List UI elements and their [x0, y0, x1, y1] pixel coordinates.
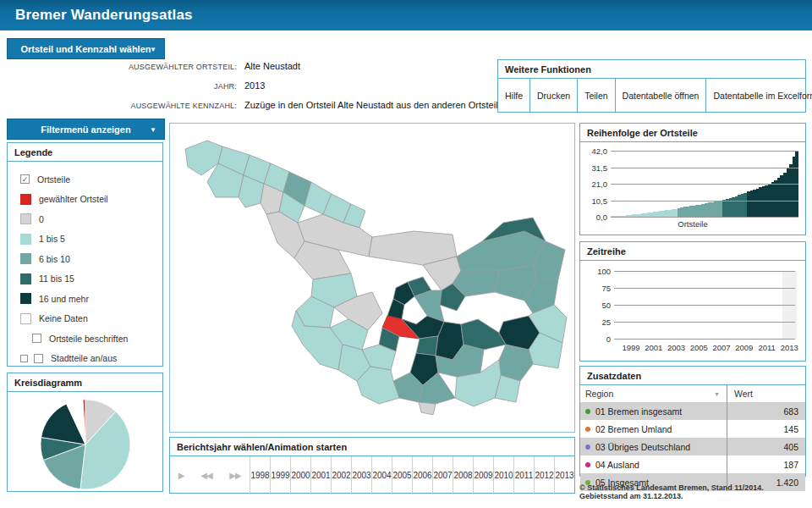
ortsteil-kennzahl-select-label: Ortsteil und Kennzahl wählen: [20, 44, 151, 54]
legend-item-label: 16 und mehr: [39, 294, 89, 304]
legend-item[interactable]: 16 und mehr: [8, 289, 162, 309]
legend-item-label: Ortsteile: [37, 174, 70, 185]
y-tick-label: 50: [585, 301, 611, 310]
grid-line: [614, 339, 795, 340]
timeline-year-2003[interactable]: 2003: [351, 456, 371, 494]
legend-item[interactable]: Keine Daten: [8, 309, 162, 329]
legend-item[interactable]: 0: [8, 209, 162, 229]
checkbox[interactable]: [34, 354, 43, 363]
function-button-teilen[interactable]: Teilen: [578, 79, 615, 112]
timeline-year-2004[interactable]: 2004: [371, 456, 392, 494]
legend-item[interactable]: Ortsteile beschriften: [8, 329, 162, 349]
timeline-year-2009[interactable]: 2009: [473, 456, 493, 494]
step-forward-icon[interactable]: ▶▶: [221, 456, 250, 494]
legend-item-label: Keine Daten: [39, 313, 88, 323]
table-row[interactable]: 03 Übriges Deutschland405: [580, 438, 805, 456]
function-button-hilfe[interactable]: Hilfe: [498, 79, 530, 112]
table-header-row: Region ▼ Wert: [580, 385, 805, 402]
map-region[interactable]: [416, 336, 438, 356]
pie-chart-panel: Kreisdiagramm: [7, 373, 163, 492]
selection-row: AUSGEWÄHLTER ORTSTEIL:Alte Neustadt: [7, 61, 300, 71]
pie-chart[interactable]: [8, 392, 162, 491]
table-cell-wert: 683: [727, 402, 805, 420]
sort-icon[interactable]: ▼: [714, 391, 720, 397]
legend-swatch: [20, 273, 31, 284]
layer-color-box: [20, 355, 28, 362]
x-tick-label: 2013: [778, 343, 800, 352]
table-header-region[interactable]: Region ▼: [580, 385, 727, 402]
function-button-datentabelle-im-excelformat[interactable]: Datentabelle im Excelformat: [706, 79, 812, 112]
table-row[interactable]: 04 Ausland187: [580, 456, 805, 473]
x-tick-label: 2003: [666, 343, 688, 352]
table-row[interactable]: 02 Bremen Umland145: [580, 420, 805, 438]
legend-item-label: gewählter Ortsteil: [39, 194, 108, 204]
legend-item[interactable]: Stadtteile an/aus: [8, 349, 162, 369]
legend-item[interactable]: 11 bis 15: [8, 269, 162, 290]
ortsteil-kennzahl-select-button[interactable]: Ortsteil und Kennzahl wählen ▼: [7, 38, 165, 59]
timeline-year-2008[interactable]: 2008: [453, 456, 473, 494]
selection-label: AUSGEWÄHLTER ORTSTEIL:: [7, 63, 237, 71]
play-icon[interactable]: ▶: [170, 456, 192, 494]
legend-item[interactable]: gewählter Ortsteil: [8, 190, 162, 210]
grid-line: [614, 271, 795, 272]
table-row[interactable]: 01 Bremen insgesamt683: [580, 402, 805, 420]
grid-line: [611, 184, 798, 185]
legend-swatch: [20, 213, 31, 224]
timeline-year-2006[interactable]: 2006: [412, 456, 432, 494]
map-region[interactable]: [461, 319, 506, 350]
app-header: Bremer Wanderungsatlas: [0, 0, 812, 30]
zusatzdaten-panel: Zusatzdaten Region ▼ Wert 01 Bremen insg…: [579, 366, 806, 477]
region-label: 01 Bremen insgesamt: [595, 406, 682, 417]
x-tick-label: 2007: [710, 343, 732, 352]
legend-item[interactable]: ✓Ortsteile: [8, 169, 162, 190]
table-header-wert[interactable]: Wert: [727, 385, 805, 402]
function-button-row: HilfeDruckenTeilenDatentabelle öffnenDat…: [498, 79, 805, 112]
ranking-chart-plot: [611, 151, 798, 217]
timeline-year-2012[interactable]: 2012: [534, 456, 554, 494]
legend-item[interactable]: 6 bis 10: [8, 249, 162, 269]
timeline-year-2001[interactable]: 2001: [310, 456, 331, 494]
grid-line: [614, 288, 795, 289]
timeline-year-2002[interactable]: 2002: [331, 456, 351, 494]
function-button-drucken[interactable]: Drucken: [530, 79, 578, 112]
timeseries-title: Zeitreihe: [580, 242, 805, 261]
grid-line: [611, 151, 798, 152]
checkbox[interactable]: ✓: [20, 174, 30, 184]
filtermenu-toggle-button[interactable]: Filtermenü anzeigen ▼: [7, 119, 165, 140]
timeline-year-2010[interactable]: 2010: [493, 456, 513, 494]
region-label: 03 Übriges Deutschland: [595, 442, 690, 452]
selection-value: 2013: [244, 80, 265, 91]
timeline-year-2000[interactable]: 2000: [290, 456, 310, 494]
legend-item[interactable]: 1 bis 5: [8, 229, 162, 250]
timeline-year-1998[interactable]: 1998: [250, 456, 270, 494]
timeline-year-2011[interactable]: 2011: [513, 456, 534, 494]
table-cell-wert: 145: [727, 420, 805, 438]
timeline-year-2005[interactable]: 2005: [392, 456, 412, 494]
map-panel: [169, 123, 575, 433]
legend-item-label: Stadtteile an/aus: [51, 353, 117, 363]
checkbox[interactable]: [32, 334, 41, 343]
legend-title: Legende: [8, 143, 162, 162]
filtermenu-toggle-label: Filtermenü anzeigen: [41, 124, 130, 135]
y-tick-label: 25: [585, 318, 611, 327]
chevron-down-icon: ▼: [150, 45, 156, 52]
legend-panel: Legende ✓Ortsteilegewählter Ortsteil01 b…: [7, 142, 163, 367]
y-tick-label: 42,0: [582, 146, 607, 156]
timeline-year-1999[interactable]: 1999: [270, 456, 290, 494]
function-button-datentabelle-ffnen[interactable]: Datentabelle öffnen: [616, 79, 707, 112]
table-cell-wert: 405: [727, 438, 805, 456]
zusatzdaten-title: Zusatzdaten: [580, 367, 805, 385]
ranking-chart-panel: Reihenfolge der Ortsteile 42,031,521,010…: [579, 123, 806, 235]
series-color-dot: [585, 409, 590, 414]
map-region[interactable]: [499, 345, 533, 381]
step-backward-icon[interactable]: ◀◀: [192, 456, 221, 494]
timeline-year-2007[interactable]: 2007: [432, 456, 453, 494]
bremen-ortsteile-map[interactable]: [170, 124, 574, 432]
timeline-panel: Berichtsjahr wählen/Animation starten ▶ …: [169, 437, 575, 494]
map-region[interactable]: [419, 402, 436, 415]
region-label: 04 Ausland: [595, 460, 639, 470]
table-cell-wert: 187: [727, 456, 805, 473]
legend-item-label: 0: [39, 214, 44, 224]
timeline-year-2013[interactable]: 2013: [554, 456, 574, 494]
y-tick-label: 0: [585, 334, 611, 344]
